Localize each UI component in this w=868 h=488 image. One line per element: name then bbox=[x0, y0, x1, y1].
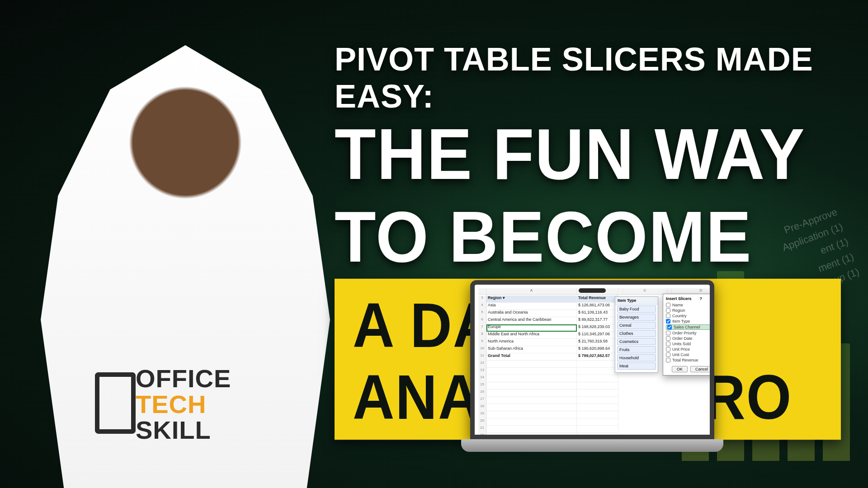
checkbox[interactable] bbox=[666, 336, 670, 341]
checkbox[interactable] bbox=[666, 319, 670, 324]
column-header: C bbox=[623, 288, 667, 294]
dialog-field[interactable]: Total Revenue bbox=[666, 358, 713, 362]
dialog-field[interactable]: Sales Channel bbox=[666, 324, 713, 330]
checkbox[interactable] bbox=[667, 325, 672, 329]
row-number: 13 bbox=[478, 368, 486, 375]
row-number: 8 bbox=[478, 332, 486, 339]
insert-slicers-dialog[interactable]: Insert Slicers ? × NameRegionCountryItem… bbox=[663, 294, 714, 375]
pivot-region-cell[interactable]: Europe bbox=[486, 324, 577, 332]
slicer-panel[interactable]: Item Type Baby FoodBeveragesCerealClothe… bbox=[615, 296, 658, 373]
dialog-field-label: Item Type bbox=[672, 319, 690, 324]
ok-button[interactable]: OK bbox=[672, 366, 688, 372]
dialog-field[interactable]: Order Priority bbox=[666, 331, 713, 335]
shirt-brand-text: OFFICE TECH SKILL bbox=[136, 366, 231, 443]
slicer-option[interactable]: Household bbox=[617, 354, 656, 361]
dialog-field-label: Sales Channel bbox=[674, 325, 700, 329]
shirt-line1: OFFICE bbox=[136, 366, 231, 391]
dialog-field-label: Region bbox=[672, 308, 685, 313]
dialog-field-label: Order Priority bbox=[672, 331, 697, 335]
checkbox[interactable] bbox=[666, 358, 670, 362]
checkbox[interactable] bbox=[666, 331, 670, 335]
pivot-region-cell[interactable]: Asia bbox=[486, 303, 577, 310]
checkbox[interactable] bbox=[666, 308, 670, 313]
row-number: 22 bbox=[478, 433, 486, 439]
dialog-field[interactable]: Region bbox=[666, 308, 713, 313]
title-line1: Pivot Table Slicers Made Easy: bbox=[335, 41, 841, 115]
dialog-help-icon[interactable]: ? bbox=[700, 296, 703, 301]
dialog-title: Insert Slicers bbox=[666, 296, 692, 301]
row-number: 12 bbox=[478, 361, 486, 368]
pivot-region-cell[interactable]: Middle East and North Africa bbox=[486, 332, 577, 339]
checkbox[interactable] bbox=[666, 314, 670, 318]
dialog-field[interactable]: Unit Cost bbox=[666, 352, 713, 357]
pivot-revenue-cell[interactable]: $ 89,822,317.77 bbox=[577, 317, 618, 324]
row-number: 14 bbox=[478, 375, 486, 382]
dialog-field[interactable]: Unit Price bbox=[666, 347, 713, 352]
row-number: 5 bbox=[478, 310, 486, 317]
pivot-header-region[interactable]: Region ▾ bbox=[486, 296, 577, 303]
pivot-revenue-cell[interactable]: $ 21,760,319.58 bbox=[577, 339, 618, 346]
row-number: 6 bbox=[478, 317, 486, 324]
pivot-revenue-cell[interactable]: $ 190,620,898.64 bbox=[577, 346, 618, 353]
pivot-region-cell[interactable]: North America bbox=[486, 339, 577, 346]
slicer-option[interactable]: Cosmetics bbox=[617, 338, 656, 345]
pivot-region-cell[interactable]: Central America and the Caribbean bbox=[486, 317, 577, 324]
pivot-region-cell[interactable]: Sub-Saharan Africa bbox=[486, 346, 577, 353]
checkbox[interactable] bbox=[666, 352, 670, 357]
row-number: 7 bbox=[478, 324, 486, 332]
dialog-field-label: Total Revenue bbox=[672, 358, 698, 362]
pivot-revenue-cell[interactable]: $ 110,345,297.06 bbox=[577, 332, 618, 339]
dialog-field[interactable]: Item Type bbox=[666, 319, 713, 324]
laptop-screen: ABCD3Region ▾Total Revenue4Asia$ 126,861… bbox=[470, 280, 714, 439]
shirt-line2: TECH bbox=[136, 391, 231, 417]
pivot-region-cell[interactable]: Australia and Oceania bbox=[486, 310, 577, 317]
webcam-notch bbox=[579, 288, 606, 293]
slicer-option[interactable]: Baby Food bbox=[617, 305, 656, 313]
pivot-header-revenue[interactable]: Total Revenue bbox=[577, 296, 618, 303]
dialog-field-label: Unit Cost bbox=[672, 352, 689, 357]
dialog-field[interactable]: Name bbox=[666, 303, 713, 307]
shirt-logo-icon bbox=[95, 389, 136, 434]
column-header bbox=[618, 288, 623, 294]
grand-total-label: Grand Total bbox=[486, 353, 577, 361]
row-number: 21 bbox=[478, 426, 486, 433]
laptop-mockup: ABCD3Region ▾Total Revenue4Asia$ 126,861… bbox=[461, 280, 723, 452]
row-number: 11 bbox=[478, 353, 486, 361]
slicer-option[interactable]: Cereal bbox=[617, 322, 656, 329]
slicer-option[interactable]: Beverages bbox=[617, 314, 656, 321]
slicer-option[interactable]: Fruits bbox=[617, 346, 656, 353]
checkbox[interactable] bbox=[666, 347, 670, 352]
dialog-field-label: Name bbox=[672, 303, 683, 307]
pivot-revenue-cell[interactable]: $ 198,828,239.03 bbox=[577, 324, 618, 332]
row-number: 19 bbox=[478, 411, 486, 418]
pivot-revenue-cell[interactable]: $ 126,861,473.06 bbox=[577, 303, 618, 310]
slicer-option[interactable]: Clothes bbox=[617, 330, 656, 337]
dialog-field[interactable]: Country bbox=[666, 314, 713, 318]
dialog-field[interactable]: Order Date bbox=[666, 336, 713, 341]
row-number: 9 bbox=[478, 339, 486, 346]
slicer-option[interactable]: Meat bbox=[617, 362, 656, 370]
row-number: 16 bbox=[478, 389, 486, 397]
dialog-field-label: Units Sold bbox=[672, 342, 691, 346]
row-number: 15 bbox=[478, 382, 486, 389]
row-number: 18 bbox=[478, 404, 486, 411]
column-header: A bbox=[486, 288, 577, 294]
cancel-button[interactable]: Cancel bbox=[690, 366, 713, 372]
laptop-base bbox=[461, 439, 723, 452]
column-header bbox=[478, 288, 486, 294]
grand-total-value: $ 799,027,662.57 bbox=[577, 353, 618, 361]
close-icon[interactable]: × bbox=[710, 296, 713, 301]
pivot-revenue-cell[interactable]: $ 61,109,116.43 bbox=[577, 310, 618, 317]
dialog-field-label: Unit Price bbox=[672, 347, 690, 352]
checkbox[interactable] bbox=[666, 303, 670, 307]
shirt-line3: SKILL bbox=[136, 417, 231, 443]
dialog-field-label: Order Date bbox=[672, 336, 693, 341]
dialog-field-label: Country bbox=[672, 314, 687, 318]
row-number: 3 bbox=[478, 296, 486, 303]
row-number: 20 bbox=[478, 418, 486, 426]
dialog-field[interactable]: Units Sold bbox=[666, 342, 713, 346]
row-number: 10 bbox=[478, 346, 486, 353]
title-line2: The Fun Way to Become bbox=[335, 113, 841, 279]
slicer-title: Item Type bbox=[615, 297, 658, 305]
checkbox[interactable] bbox=[666, 342, 670, 346]
